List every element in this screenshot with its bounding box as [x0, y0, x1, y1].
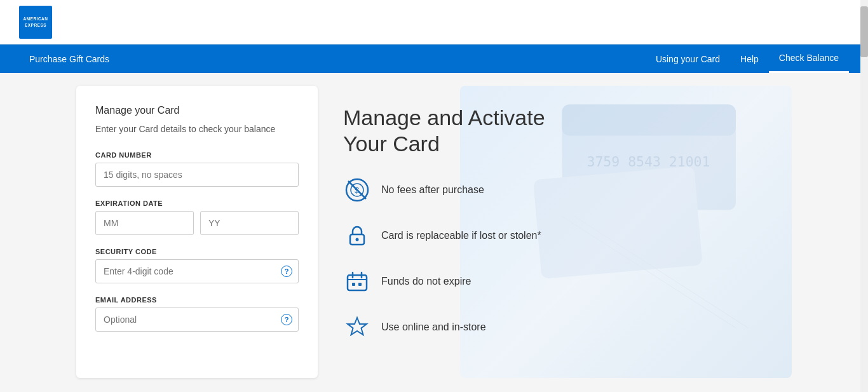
star-icon: [343, 313, 371, 341]
feature-no-expire: Funds do not expire: [343, 267, 766, 295]
card-number-label: CARD NUMBER: [95, 151, 299, 159]
feature-replaceable-text: Card is replaceable if lost or stolen*: [381, 230, 541, 241]
svg-point-12: [356, 238, 359, 241]
email-input[interactable]: [95, 308, 299, 332]
feature-no-fees: $ No fees after purchase: [343, 176, 766, 204]
svg-rect-18: [358, 283, 362, 286]
security-info-icon[interactable]: ?: [281, 266, 292, 277]
email-group: EMAIL ADDRESS ?: [95, 296, 299, 332]
logo-box: AMERICAN EXPRESS: [19, 6, 52, 39]
expiration-label: EXPIRATION DATE: [95, 199, 299, 207]
form-card: Manage your Card Enter your Card details…: [76, 86, 318, 378]
nav-purchase-gift-cards[interactable]: Purchase Gift Cards: [19, 44, 119, 73]
nav-check-balance[interactable]: Check Balance: [769, 44, 849, 73]
calendar-icon: [343, 267, 371, 295]
info-content: Manage and Activate Your Card $ No fees …: [343, 105, 766, 341]
scrollbar-thumb[interactable]: [860, 6, 868, 57]
nav: Purchase Gift Cards Using your Card Help…: [0, 44, 868, 73]
card-number-input[interactable]: [95, 163, 299, 187]
year-input[interactable]: [200, 211, 299, 235]
svg-rect-13: [348, 275, 367, 290]
nav-right: Using your Card Help Check Balance: [646, 44, 849, 73]
info-panel: 3759 8543 21001 GIFT Manage and Activate…: [318, 86, 792, 378]
expiration-group: EXPIRATION DATE: [95, 199, 299, 235]
no-fee-icon: $: [343, 176, 371, 204]
svg-rect-17: [352, 283, 355, 286]
security-input[interactable]: [95, 259, 299, 283]
feature-online: Use online and in-store: [343, 313, 766, 341]
header: AMERICAN EXPRESS: [0, 0, 868, 44]
nav-using-your-card[interactable]: Using your Card: [646, 44, 730, 73]
lock-icon: [343, 222, 371, 250]
security-label: SECURITY CODE: [95, 248, 299, 255]
email-label: EMAIL ADDRESS: [95, 296, 299, 304]
logo-line1: AMERICAN: [23, 16, 48, 22]
email-info-icon[interactable]: ?: [281, 314, 292, 325]
feature-no-fees-text: No fees after purchase: [381, 184, 484, 196]
email-input-wrapper: ?: [95, 308, 299, 332]
svg-marker-19: [348, 318, 367, 335]
expiry-row: [95, 211, 299, 235]
logo-line2: EXPRESS: [25, 22, 46, 28]
main-content: Manage your Card Enter your Card details…: [64, 73, 804, 391]
card-number-group: CARD NUMBER: [95, 151, 299, 187]
form-title: Manage your Card: [95, 105, 299, 116]
month-input[interactable]: [95, 211, 194, 235]
info-title: Manage and Activate Your Card: [343, 105, 766, 157]
scrollbar[interactable]: [860, 0, 868, 392]
form-subtitle: Enter your Card details to check your ba…: [95, 123, 299, 136]
feature-online-text: Use online and in-store: [381, 321, 486, 333]
security-input-wrapper: ?: [95, 259, 299, 283]
feature-no-expire-text: Funds do not expire: [381, 276, 471, 287]
nav-help[interactable]: Help: [730, 44, 769, 73]
security-group: SECURITY CODE ?: [95, 248, 299, 283]
feature-replaceable: Card is replaceable if lost or stolen*: [343, 222, 766, 250]
logo-container: AMERICAN EXPRESS: [19, 6, 52, 39]
nav-left: Purchase Gift Cards: [19, 44, 646, 73]
